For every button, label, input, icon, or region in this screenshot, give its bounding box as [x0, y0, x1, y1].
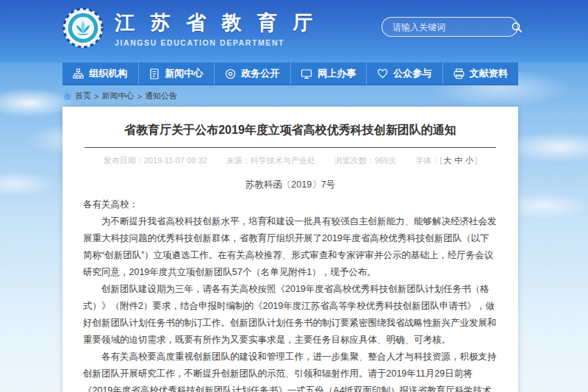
- paragraph: 各有关高校要高度重视创新团队的建设和管理工作，进一步集聚、整合人才与科技资源，积…: [83, 349, 498, 392]
- news-document-icon: [149, 68, 159, 79]
- nav-label: 政务公开: [241, 67, 279, 80]
- breadcrumb-home[interactable]: 首页: [75, 90, 91, 101]
- font-size-large[interactable]: 大: [442, 156, 453, 165]
- font-size-medium[interactable]: 中: [453, 156, 464, 165]
- article-meta: 发布日期：2019-11-07 08:32 来源：科学技术与产业处 浏览次数：9…: [83, 155, 498, 166]
- breadcrumb: 首页 > 新闻中心 > 通知公告: [62, 90, 518, 101]
- font-label: 字体：: [415, 156, 440, 165]
- nav-label: 新闻中心: [165, 67, 203, 80]
- nav-item-public-participation[interactable]: 公众参与: [366, 63, 442, 85]
- breadcrumb-separator: >: [137, 92, 141, 101]
- title-divider: [85, 147, 496, 148]
- paragraph: 创新团队建设期为三年，请各有关高校按照《2019年度省高校优秀科技创新团队计划任…: [83, 281, 498, 349]
- site-name: 江 苏 省 教 育 厅: [115, 10, 318, 36]
- salutation: 各有关高校：: [83, 196, 498, 213]
- nav-label: 文献资料: [470, 67, 508, 80]
- nav-label: 组织机构: [89, 67, 127, 80]
- search-box: [381, 17, 518, 37]
- nav-item-online-services[interactable]: 网上办事: [290, 63, 367, 85]
- article-source: 来源：科学技术与产业处: [226, 155, 315, 166]
- font-size-control: 字体：[大中小]: [415, 155, 477, 166]
- site-logo-brand[interactable]: 江 苏 省 教 育 厅 JIANGSU EDUCATION DEPARTMENT: [62, 7, 318, 49]
- home-icon: [62, 92, 72, 101]
- education-dept-logo-icon: [62, 7, 104, 49]
- search-input[interactable]: [382, 22, 511, 32]
- view-count: 浏览次数：969次: [334, 155, 396, 166]
- nav-item-organization[interactable]: 组织机构: [62, 63, 138, 85]
- article-body: 苏教科函〔2019〕7号 各有关高校： 为不断提升我省高校科技创新水平，培育和建…: [83, 177, 498, 392]
- search-icon[interactable]: [511, 17, 523, 37]
- doc-number: 苏教科函〔2019〕7号: [83, 177, 498, 193]
- bracket-close: ]: [475, 156, 477, 165]
- breadcrumb-notices[interactable]: 通知公告: [145, 90, 177, 101]
- nav-item-news-center[interactable]: 新闻中心: [138, 63, 215, 85]
- nav-item-documents[interactable]: 文献资料: [442, 63, 519, 85]
- article-panel: 省教育厅关于公布2019年度立项省高校优秀科技创新团队的通知 发布日期：2019…: [62, 107, 518, 392]
- disclosure-circle-icon: [225, 68, 236, 79]
- font-size-small[interactable]: 小: [464, 156, 475, 165]
- main-nav: 组织机构 新闻中心 政务公开 网上办事 公众参与 文献资料: [62, 63, 518, 85]
- breadcrumb-news-center[interactable]: 新闻中心: [101, 90, 134, 101]
- breadcrumb-separator: >: [94, 92, 98, 101]
- paragraph: 为不断提升我省高校科技创新水平，培育和建设一批具有较强自主创新能力、能够解决经济…: [83, 213, 498, 281]
- monitor-icon: [301, 68, 312, 79]
- article-title: 省教育厅关于公布2019年度立项省高校优秀科技创新团队的通知: [83, 123, 498, 138]
- nav-item-gov-disclosure[interactable]: 政务公开: [214, 63, 290, 85]
- nav-label: 网上办事: [318, 67, 356, 80]
- heart-icon: [377, 68, 388, 79]
- site-header: 江 苏 省 教 育 厅 JIANGSU EDUCATION DEPARTMENT: [0, 0, 588, 63]
- printer-icon: [453, 68, 465, 79]
- site-name-english: JIANGSU EDUCATION DEPARTMENT: [115, 38, 318, 47]
- sitemap-icon: [73, 68, 84, 79]
- nav-label: 公众参与: [393, 67, 431, 80]
- publish-date: 发布日期：2019-11-07 08:32: [104, 155, 207, 166]
